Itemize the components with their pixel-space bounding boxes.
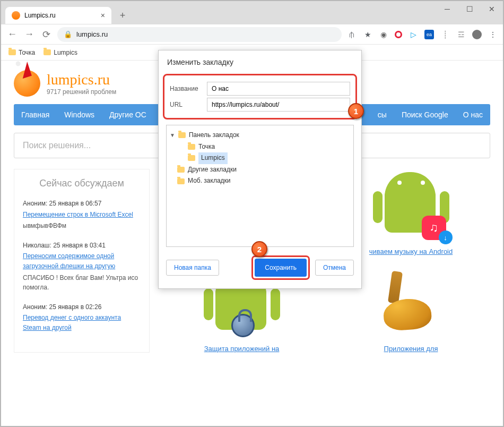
- cancel-button[interactable]: Отмена: [315, 260, 354, 276]
- favicon-icon: [12, 11, 20, 20]
- nav-about[interactable]: О нас: [456, 104, 490, 125]
- folder-selected: Lumpics: [170, 152, 350, 164]
- forward-button[interactable]: →: [23, 29, 35, 40]
- discussion-link[interactable]: Перевод денег с одного аккаунта Steam на…: [23, 314, 121, 331]
- close-tab-icon[interactable]: ×: [101, 11, 105, 20]
- nav-other-os[interactable]: Другие ОС: [102, 104, 154, 125]
- browser-tab[interactable]: Lumpics.ru ×: [5, 7, 111, 24]
- folder-icon: [8, 49, 16, 55]
- site-subtitle: 9717 решений проблем: [47, 88, 116, 96]
- name-label: Название: [170, 85, 202, 92]
- address-bar[interactable]: 🔒 lumpics.ru: [57, 27, 342, 42]
- address-text: lumpics.ru: [76, 30, 108, 38]
- window-controls: ─ ☐ ✕: [436, 1, 503, 17]
- annotation-2: 2: [251, 241, 267, 257]
- ext-icon[interactable]: ◉: [379, 30, 388, 39]
- bookmark-star-icon[interactable]: ★: [363, 30, 372, 39]
- nav-home[interactable]: Главная: [14, 104, 57, 125]
- menu-icon[interactable]: ⋮: [488, 30, 498, 39]
- reload-button[interactable]: ⟳: [40, 29, 52, 40]
- sidebar-title: Сейчас обсуждаем: [23, 178, 141, 189]
- close-button[interactable]: ✕: [481, 1, 503, 17]
- url-label: URL: [170, 101, 202, 108]
- discussion-item: Аноним: 25 января в 06:57 Перемещение ст…: [23, 199, 141, 231]
- name-input[interactable]: [207, 82, 350, 96]
- back-button[interactable]: ←: [6, 29, 18, 40]
- maximize-button[interactable]: ☐: [458, 1, 481, 17]
- discussion-link[interactable]: Переносим содержимое одной загрузочной ф…: [23, 252, 115, 270]
- android-music-icon: ♫↓: [374, 169, 448, 243]
- bookmark-folder[interactable]: Точка: [8, 49, 35, 56]
- discussion-item: Николаш: 25 января в 03:41 Переносим сод…: [23, 241, 141, 293]
- minimize-button[interactable]: ─: [436, 1, 458, 17]
- article-card: Приложения для: [353, 266, 470, 353]
- save-button-highlight: Сохранить: [251, 255, 310, 280]
- nav-tips[interactable]: сы: [370, 104, 394, 125]
- new-tab-button[interactable]: +: [116, 8, 129, 22]
- url-input[interactable]: [207, 98, 350, 112]
- discussion-item: Аноним: 25 января в 02:26 Перевод денег …: [23, 302, 141, 333]
- site-logo: [14, 70, 40, 97]
- tab-bar: Lumpics.ru × +: [1, 6, 503, 24]
- ext-icon[interactable]: ☲: [456, 30, 466, 39]
- ext-icon[interactable]: ┊: [440, 30, 450, 39]
- ext-icon[interactable]: ▷: [409, 30, 418, 39]
- folder-icon: [44, 49, 51, 55]
- nav-windows[interactable]: Windows: [57, 104, 102, 125]
- tab-title: Lumpics.ru: [24, 12, 56, 19]
- dialog-title: Изменить закладку: [159, 50, 361, 74]
- dialog-fields-highlight: Название URL: [163, 74, 357, 119]
- discussion-sidebar: Сейчас обсуждаем Аноним: 25 января в 06:…: [14, 169, 150, 353]
- broom-icon: [374, 266, 448, 340]
- ext-icon[interactable]: [395, 31, 402, 38]
- bookmark-folder[interactable]: Lumpics: [44, 49, 77, 56]
- discussion-link[interactable]: Перемещение строк в Microsoft Excel: [23, 211, 133, 218]
- lock-icon: 🔒: [64, 30, 72, 38]
- article-link[interactable]: Приложения для: [384, 345, 438, 353]
- save-button[interactable]: Сохранить: [255, 259, 307, 277]
- article-card: ♫↓ чиваем музыку на Android: [353, 169, 470, 255]
- translate-icon[interactable]: ⫛: [347, 30, 357, 39]
- annotation-1: 1: [348, 103, 364, 119]
- profile-avatar[interactable]: [472, 30, 482, 39]
- folder-tree[interactable]: ▼Панель закладок Точка Lumpics Другие за…: [166, 125, 354, 247]
- new-folder-button[interactable]: Новая папка: [166, 260, 219, 276]
- article-link[interactable]: чиваем музыку на Android: [369, 247, 453, 255]
- ext-icon[interactable]: ea: [424, 30, 434, 39]
- article-link[interactable]: Защита приложений на: [204, 345, 280, 353]
- site-name: lumpics.ru: [47, 71, 116, 88]
- toolbar: ← → ⟳ 🔒 lumpics.ru ⫛ ★ ◉ ▷ ea ┊ ☲ ⋮: [1, 24, 503, 45]
- nav-search-google[interactable]: Поиск Google: [394, 104, 456, 125]
